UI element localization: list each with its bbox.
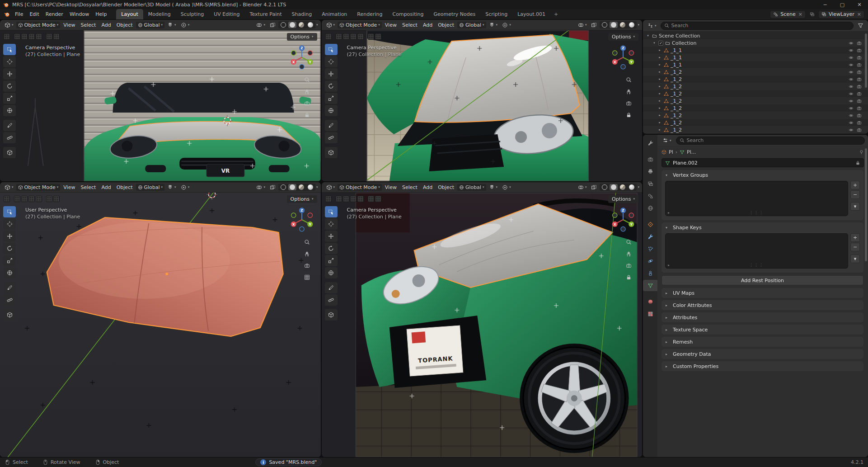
tab-layout-001[interactable]: Layout.001 (512, 9, 550, 19)
tab-particles[interactable] (643, 243, 657, 255)
shape-keys-list[interactable]: ▸⋮⋮⋮ (665, 233, 848, 269)
layer-toggle[interactable] (375, 33, 381, 40)
blender-menu-logo-icon[interactable] (3, 10, 11, 19)
add-menu[interactable]: Add (99, 22, 113, 28)
zoom-icon[interactable] (303, 75, 311, 84)
camera-render-icon[interactable] (857, 62, 862, 67)
shading-rendered[interactable] (628, 22, 636, 28)
zoom-icon[interactable] (303, 238, 311, 246)
menu-file[interactable]: File (12, 9, 26, 19)
layer-toggle[interactable] (46, 33, 52, 40)
viewlayer-selector[interactable]: ViewLayer × (818, 10, 864, 19)
panel-header[interactable]: ▸Geometry Data (662, 349, 863, 359)
outliner-row-collection[interactable]: ▾ ✓ Collection (643, 39, 868, 47)
tool-move[interactable] (3, 231, 16, 242)
add-shape-key-button[interactable]: + (850, 233, 860, 242)
panel-header[interactable]: ▾Shape Keys (662, 222, 863, 232)
breadcrumb-object[interactable]: Pl (669, 149, 673, 155)
tab-sculpting[interactable]: Sculpting (176, 9, 209, 19)
camera-render-icon[interactable] (857, 91, 862, 96)
tool-transform[interactable] (3, 267, 16, 278)
orientation-dropdown[interactable]: Global▾ (457, 184, 486, 191)
zoom-icon[interactable] (624, 75, 633, 84)
camera-render-icon[interactable] (857, 84, 862, 89)
collection-visibility-toggle[interactable] (325, 196, 332, 202)
shading-solid[interactable] (288, 184, 296, 190)
camera-render-icon[interactable] (857, 77, 862, 82)
eye-icon[interactable] (849, 91, 854, 96)
tool-scale[interactable] (325, 93, 338, 104)
tool-measure[interactable] (3, 132, 16, 143)
shading-wireframe[interactable] (601, 22, 609, 28)
tab-scene[interactable] (643, 190, 657, 202)
select-menu[interactable]: Select (78, 22, 98, 28)
tool-transform[interactable] (325, 105, 338, 116)
panel-header[interactable]: ▸UV Maps (662, 288, 863, 298)
layer-toggle[interactable] (36, 33, 42, 40)
gizmos-toggle-icon[interactable]: ▾ (576, 22, 589, 28)
proportional-edit-icon[interactable]: ▾ (500, 22, 513, 28)
outliner-row-object[interactable]: ▸_1_1 (643, 61, 868, 68)
layer-toggle[interactable] (21, 196, 28, 202)
layer-toggle[interactable] (357, 196, 364, 202)
view-menu[interactable]: View (383, 22, 399, 28)
tool-rotate[interactable] (3, 80, 16, 92)
filter-icon[interactable] (856, 22, 865, 29)
shading-material[interactable] (297, 22, 305, 28)
tab-texture-paint[interactable]: Texture Paint (245, 9, 287, 19)
collection-visibility-toggle[interactable] (4, 33, 10, 40)
add-rest-position-button[interactable]: Add Rest Position (662, 275, 863, 285)
xray-toggle-icon[interactable] (268, 184, 277, 191)
select-menu[interactable]: Select (400, 22, 420, 28)
vertex-groups-list[interactable]: ▸⋮⋮⋮ (665, 181, 848, 216)
outliner-row-object[interactable]: ▸_1_1 (643, 47, 868, 54)
pan-hand-icon[interactable] (303, 250, 311, 258)
proportional-edit-icon[interactable]: ▾ (179, 22, 192, 28)
outliner-row-object[interactable]: ▸_1_2 (643, 119, 868, 126)
tool-annotate[interactable] (3, 120, 16, 131)
outliner-editor-type-button[interactable]: ▾ (646, 22, 658, 29)
outliner-row-object[interactable]: ▸_1_2 (643, 75, 868, 83)
mode-dropdown[interactable]: Object Mode▾ (16, 22, 61, 28)
xray-toggle-icon[interactable] (589, 22, 599, 28)
minimize-button[interactable]: ─ (816, 0, 834, 9)
tool-cursor[interactable] (325, 218, 338, 230)
vertex-group-specials-button[interactable]: ▾ (850, 202, 860, 211)
tab-texture[interactable] (643, 308, 657, 320)
tool-rotate[interactable] (325, 80, 338, 92)
camera-view-icon[interactable] (624, 261, 633, 269)
orientation-dropdown[interactable]: Global▾ (136, 22, 165, 28)
tool-cursor[interactable] (3, 218, 16, 230)
layer-toggle[interactable] (53, 33, 60, 40)
layer-toggle[interactable] (336, 33, 342, 40)
shading-solid[interactable] (610, 184, 618, 190)
lock-icon[interactable] (303, 111, 311, 119)
collection-visibility-toggle[interactable] (4, 196, 10, 202)
snap-magnet-icon[interactable]: ▾ (487, 22, 500, 28)
tool-measure[interactable] (325, 294, 338, 306)
tool-add-primitive[interactable] (325, 309, 338, 321)
outliner-row-object[interactable]: ▸_1_2 (643, 83, 868, 90)
tool-select-box[interactable] (3, 206, 16, 217)
editor-type-button[interactable]: ▾ (324, 184, 337, 191)
eye-icon[interactable] (849, 41, 854, 46)
add-vertex-group-button[interactable]: + (850, 181, 860, 189)
new-scene-button[interactable] (808, 10, 816, 19)
snap-magnet-icon[interactable]: ▾ (165, 22, 178, 28)
properties-editor-type-button[interactable]: ▾ (661, 137, 673, 144)
tool-transform[interactable] (325, 267, 338, 278)
layer-toggle[interactable] (14, 196, 20, 202)
datablock-name-field[interactable]: Plane.002 (662, 158, 864, 167)
select-menu[interactable]: Select (400, 184, 420, 190)
camera-view-icon[interactable] (303, 261, 311, 269)
shading-material[interactable] (619, 184, 627, 190)
camera-render-icon[interactable] (857, 48, 862, 53)
tool-move[interactable] (3, 68, 16, 80)
tool-scale[interactable] (3, 255, 16, 266)
layer-toggle[interactable] (336, 196, 342, 202)
tab-geometry-nodes[interactable]: Geometry Nodes (428, 9, 480, 19)
add-menu[interactable]: Add (99, 184, 113, 190)
pan-hand-icon[interactable] (624, 250, 633, 258)
tool-annotate[interactable] (3, 282, 16, 293)
viewport-canvas-mesh[interactable] (0, 193, 321, 457)
